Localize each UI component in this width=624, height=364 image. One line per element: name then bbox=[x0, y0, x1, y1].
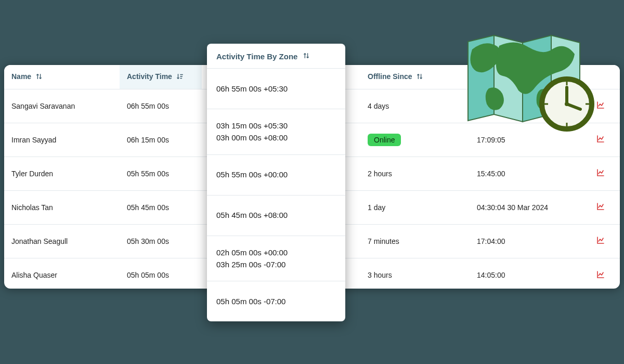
zone-line: 05h 05m 00s -07:00 bbox=[216, 295, 336, 307]
cell-offline: 7 minutes bbox=[360, 224, 470, 258]
cell-offline: 1 day bbox=[360, 190, 470, 224]
extra-text: 17:09:05 bbox=[477, 136, 505, 144]
chart-icon[interactable] bbox=[596, 102, 605, 111]
employee-name: Alisha Quaser bbox=[11, 271, 57, 279]
offline-text: 1 day bbox=[368, 203, 385, 212]
cell-activity: 06h 55m 00s bbox=[120, 89, 202, 123]
cell-name: Jonathan Seagull bbox=[4, 224, 120, 258]
zone-panel-title: Activity Time By Zone bbox=[216, 52, 297, 61]
chart-icon[interactable] bbox=[596, 238, 605, 246]
extra-text: 14:05:00 bbox=[477, 271, 505, 279]
cell-activity: 06h 15m 00s bbox=[120, 123, 202, 157]
cell-extra: 14:05:00 bbox=[470, 258, 589, 289]
cell-extra: 04:30:04 30 Mar 2024 bbox=[470, 190, 589, 224]
cell-extra: 17:09:05 bbox=[470, 123, 589, 157]
zone-panel-row: 03h 15m 00s +05:3003h 00m 00s +08:00 bbox=[207, 109, 345, 154]
zone-line: 05h 45m 00s +08:00 bbox=[216, 209, 336, 221]
cell-action bbox=[589, 224, 620, 258]
offline-text: 2 hours bbox=[368, 170, 392, 178]
cell-extra bbox=[470, 89, 589, 123]
cell-action bbox=[589, 123, 620, 157]
zone-panel-row: 05h 05m 00s -07:00 bbox=[207, 281, 345, 321]
employee-name: Nicholas Tan bbox=[11, 203, 53, 212]
activity-time: 05h 55m 00s bbox=[127, 170, 169, 178]
zone-line: 02h 05m 00s +00:00 bbox=[216, 246, 336, 258]
cell-extra: 15:45:00 bbox=[470, 157, 589, 190]
cell-name: Tyler Durden bbox=[4, 157, 120, 190]
cell-action bbox=[589, 190, 620, 224]
col-name-label: Name bbox=[11, 72, 31, 81]
activity-time: 05h 05m 00s bbox=[127, 271, 169, 279]
activity-time: 06h 55m 00s bbox=[127, 102, 169, 110]
extra-text: 17:04:00 bbox=[477, 237, 505, 245]
cell-extra: 17:04:00 bbox=[470, 224, 589, 258]
cell-offline: Online bbox=[360, 123, 470, 157]
zone-panel-header[interactable]: Activity Time By Zone bbox=[207, 44, 345, 68]
activity-time: 05h 30m 00s bbox=[127, 237, 169, 245]
column-header-name[interactable]: Name bbox=[4, 65, 120, 89]
activity-time: 06h 15m 00s bbox=[127, 136, 169, 144]
employee-name: Tyler Durden bbox=[11, 170, 53, 178]
cell-offline: 4 days bbox=[360, 89, 470, 123]
column-header-actions bbox=[589, 65, 620, 89]
cell-activity: 05h 55m 00s bbox=[120, 157, 202, 190]
cell-offline: 3 hours bbox=[360, 258, 470, 289]
cell-activity: 05h 45m 00s bbox=[120, 190, 202, 224]
zone-line: 03h 25m 00s -07:00 bbox=[216, 258, 336, 270]
employee-name: Jonathan Seagull bbox=[11, 237, 68, 245]
zone-panel-row: 06h 55m 00s +05:30 bbox=[207, 68, 345, 109]
cell-name: Sangavi Saravanan bbox=[4, 89, 120, 123]
chart-icon[interactable] bbox=[596, 170, 605, 178]
col-activity-label: Activity Time bbox=[127, 72, 172, 81]
cell-offline: 2 hours bbox=[360, 157, 470, 190]
sort-icon bbox=[35, 73, 43, 82]
chart-icon[interactable] bbox=[596, 204, 605, 212]
zone-line: 05h 55m 00s +00:00 bbox=[216, 168, 336, 180]
zone-panel-row: 05h 45m 00s +08:00 bbox=[207, 195, 345, 236]
cell-action bbox=[589, 157, 620, 190]
chart-icon[interactable] bbox=[596, 272, 605, 280]
col-offline-label: Offline Since bbox=[368, 72, 412, 81]
sort-icon bbox=[303, 52, 310, 61]
cell-name: Nicholas Tan bbox=[4, 190, 120, 224]
sort-desc-icon bbox=[176, 73, 184, 82]
zone-line: 06h 55m 00s +05:30 bbox=[216, 83, 336, 95]
extra-text: 15:45:00 bbox=[477, 170, 505, 178]
sort-icon bbox=[416, 73, 423, 82]
activity-time: 05h 45m 00s bbox=[127, 203, 169, 212]
zone-panel-row: 05h 55m 00s +00:00 bbox=[207, 154, 345, 195]
cell-name: Alisha Quaser bbox=[4, 258, 120, 289]
chart-icon[interactable] bbox=[596, 136, 605, 145]
zone-popout-panel: Activity Time By Zone 06h 55m 00s +05:30… bbox=[207, 44, 345, 321]
column-header-extra[interactable] bbox=[470, 65, 589, 89]
column-header-activity[interactable]: Activity Time bbox=[120, 65, 202, 89]
online-badge: Online bbox=[368, 134, 401, 146]
zone-panel-row: 02h 05m 00s +00:0003h 25m 00s -07:00 bbox=[207, 236, 345, 281]
cell-activity: 05h 05m 00s bbox=[120, 258, 202, 289]
zone-line: 03h 15m 00s +05:30 bbox=[216, 120, 336, 132]
offline-text: 4 days bbox=[368, 102, 389, 110]
cell-activity: 05h 30m 00s bbox=[120, 224, 202, 258]
cell-action bbox=[589, 258, 620, 289]
cell-name: Imran Sayyad bbox=[4, 123, 120, 157]
column-header-offline[interactable]: Offline Since bbox=[360, 65, 470, 89]
zone-line: 03h 00m 00s +08:00 bbox=[216, 132, 336, 144]
employee-name: Imran Sayyad bbox=[11, 136, 56, 144]
cell-action bbox=[589, 89, 620, 123]
extra-text: 04:30:04 30 Mar 2024 bbox=[477, 203, 548, 212]
offline-text: 3 hours bbox=[368, 271, 392, 279]
offline-text: 7 minutes bbox=[368, 237, 399, 245]
employee-name: Sangavi Saravanan bbox=[11, 102, 75, 110]
